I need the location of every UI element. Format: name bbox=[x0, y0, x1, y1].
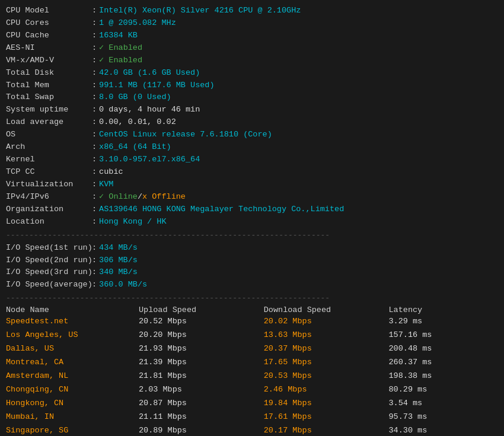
location-line: Location : Hong Kong / HK bbox=[6, 216, 498, 228]
net-upload-speed: 21.11 Mbps bbox=[139, 410, 264, 424]
table-row: Mumbai, IN21.11 Mbps17.61 Mbps95.73 ms bbox=[6, 410, 498, 424]
net-node-name: Chongqing, CN bbox=[6, 383, 139, 397]
table-row: Los Angeles, US20.20 Mbps13.63 Mbps157.1… bbox=[6, 329, 498, 342]
arch-value: x86_64 (64 Bit) bbox=[99, 141, 171, 154]
location-value: Hong Kong / HK bbox=[99, 216, 166, 228]
kernel-value: 3.10.0-957.el7.x86_64 bbox=[99, 154, 200, 166]
net-upload-speed: 21.93 Mbps bbox=[139, 342, 264, 356]
org-label: Organization bbox=[6, 203, 92, 216]
cpu-model-label: CPU Model bbox=[6, 5, 92, 17]
os-label: OS bbox=[6, 129, 92, 141]
tcp-cc-line: TCP CC : cubic bbox=[6, 166, 498, 179]
net-node-name: Mumbai, IN bbox=[6, 410, 139, 424]
header-download: Download Speed bbox=[264, 305, 389, 315]
cpu-cores-value: 1 @ 2095.082 MHz bbox=[99, 17, 176, 30]
net-download-speed: 13.63 Mbps bbox=[264, 329, 389, 342]
net-download-speed: 19.84 Mbps bbox=[264, 397, 389, 410]
table-row: Hongkong, CN20.87 Mbps19.84 Mbps3.54 ms bbox=[6, 397, 498, 410]
net-download-speed: 20.17 Mbps bbox=[264, 424, 389, 436]
net-node-name: Los Angeles, US bbox=[6, 329, 139, 342]
tcp-cc-value: cubic bbox=[99, 166, 123, 179]
net-node-name: Singapore, SG bbox=[6, 424, 139, 436]
net-download-speed: 20.02 Mbps bbox=[264, 315, 389, 329]
net-upload-speed: 20.89 Mbps bbox=[139, 424, 264, 436]
kernel-line: Kernel : 3.10.0-957.el7.x86_64 bbox=[6, 154, 498, 166]
total-disk-label: Total Disk bbox=[6, 67, 92, 79]
header-latency: Latency bbox=[389, 305, 498, 315]
cpu-model-value: Intel(R) Xeon(R) Silver 4216 CPU @ 2.10G… bbox=[99, 5, 301, 17]
io-run1-label: I/O Speed(1st run) bbox=[6, 242, 92, 254]
net-download-speed: 17.61 Mbps bbox=[264, 410, 389, 424]
aes-ni-line: AES-NI : ✓ Enabled bbox=[6, 42, 498, 55]
divider-1: ----------------------------------------… bbox=[6, 231, 498, 240]
net-latency: 157.16 ms bbox=[389, 329, 498, 342]
net-upload-speed: 21.39 Mbps bbox=[139, 356, 264, 370]
net-latency: 95.73 ms bbox=[389, 410, 498, 424]
net-upload-speed: 2.03 Mbps bbox=[139, 383, 264, 397]
main-container: CPU Model : Intel(R) Xeon(R) Silver 4216… bbox=[6, 5, 498, 436]
os-line: OS : CentOS Linux release 7.6.1810 (Core… bbox=[6, 129, 498, 141]
net-latency: 198.38 ms bbox=[389, 370, 498, 383]
io-avg-label: I/O Speed(average) bbox=[6, 279, 92, 291]
total-disk-value: 42.0 GB (1.6 GB Used) bbox=[99, 67, 200, 79]
load-value: 0.00, 0.01, 0.02 bbox=[99, 116, 176, 129]
uptime-line: System uptime : 0 days, 4 hour 46 min bbox=[6, 104, 498, 116]
table-row: Chongqing, CN2.03 Mbps2.46 Mbps80.29 ms bbox=[6, 383, 498, 397]
ipv-online: ✓ Online bbox=[99, 191, 138, 203]
net-upload-speed: 20.20 Mbps bbox=[139, 329, 264, 342]
net-node-name: Montreal, CA bbox=[6, 356, 139, 370]
aes-ni-value: ✓ Enabled bbox=[99, 42, 142, 55]
org-line: Organization : AS139646 HONG KONG Megala… bbox=[6, 203, 498, 216]
tcp-cc-label: TCP CC bbox=[6, 166, 92, 179]
aes-ni-label: AES-NI bbox=[6, 42, 92, 55]
location-label: Location bbox=[6, 216, 92, 228]
total-mem-line: Total Mem : 991.1 MB (117.6 MB Used) bbox=[6, 79, 498, 92]
network-header-row: Node Name Upload Speed Download Speed La… bbox=[6, 305, 498, 315]
ipv-offline: x Offline bbox=[142, 191, 186, 203]
net-latency: 200.48 ms bbox=[389, 342, 498, 356]
virt-label: Virtualization bbox=[6, 179, 92, 191]
io-run3-value: 340 MB/s bbox=[99, 266, 138, 279]
cpu-model-line: CPU Model : Intel(R) Xeon(R) Silver 4216… bbox=[6, 5, 498, 17]
total-mem-label: Total Mem bbox=[6, 79, 92, 92]
kernel-label: Kernel bbox=[6, 154, 92, 166]
net-latency: 3.29 ms bbox=[389, 315, 498, 329]
load-line: Load average : 0.00, 0.01, 0.02 bbox=[6, 116, 498, 129]
net-latency: 80.29 ms bbox=[389, 383, 498, 397]
load-label: Load average bbox=[6, 116, 92, 129]
net-node-name: Dallas, US bbox=[6, 342, 139, 356]
table-row: Speedtest.net20.52 Mbps20.02 Mbps3.29 ms bbox=[6, 315, 498, 329]
net-node-name: Amsterdam, NL bbox=[6, 370, 139, 383]
net-upload-speed: 20.87 Mbps bbox=[139, 397, 264, 410]
net-latency: 3.54 ms bbox=[389, 397, 498, 410]
total-disk-line: Total Disk : 42.0 GB (1.6 GB Used) bbox=[6, 67, 498, 79]
table-row: Montreal, CA21.39 Mbps17.65 Mbps260.37 m… bbox=[6, 356, 498, 370]
table-row: Amsterdam, NL21.81 Mbps20.53 Mbps198.38 … bbox=[6, 370, 498, 383]
uptime-value: 0 days, 4 hour 46 min bbox=[99, 104, 200, 116]
virt-value: KVM bbox=[99, 179, 113, 191]
cpu-cache-value: 16384 KB bbox=[99, 30, 138, 42]
vmamd-value: ✓ Enabled bbox=[99, 55, 142, 67]
io-run1-line: I/O Speed(1st run) : 434 MB/s bbox=[6, 242, 498, 254]
net-download-speed: 20.37 Mbps bbox=[264, 342, 389, 356]
arch-label: Arch bbox=[6, 141, 92, 154]
os-value: CentOS Linux release 7.6.1810 (Core) bbox=[99, 129, 272, 141]
vmamd-line: VM-x/AMD-V : ✓ Enabled bbox=[6, 55, 498, 67]
io-run1-value: 434 MB/s bbox=[99, 242, 138, 254]
io-avg-line: I/O Speed(average) : 360.0 MB/s bbox=[6, 279, 498, 291]
net-latency: 34.30 ms bbox=[389, 424, 498, 436]
header-upload: Upload Speed bbox=[139, 305, 264, 315]
net-download-speed: 2.46 Mbps bbox=[264, 383, 389, 397]
vmamd-label: VM-x/AMD-V bbox=[6, 55, 92, 67]
net-node-name: Hongkong, CN bbox=[6, 397, 139, 410]
net-node-name: Speedtest.net bbox=[6, 315, 139, 329]
total-mem-value: 991.1 MB (117.6 MB Used) bbox=[99, 79, 214, 92]
ipv-label: IPv4/IPv6 bbox=[6, 191, 92, 203]
net-download-speed: 20.53 Mbps bbox=[264, 370, 389, 383]
ipv-slash: / bbox=[138, 191, 142, 203]
io-run2-line: I/O Speed(2nd run) : 306 MB/s bbox=[6, 254, 498, 267]
cpu-cores-label: CPU Cores bbox=[6, 17, 92, 30]
io-run3-line: I/O Speed(3rd run) : 340 MB/s bbox=[6, 266, 498, 279]
uptime-label: System uptime bbox=[6, 104, 92, 116]
header-node: Node Name bbox=[6, 305, 139, 315]
